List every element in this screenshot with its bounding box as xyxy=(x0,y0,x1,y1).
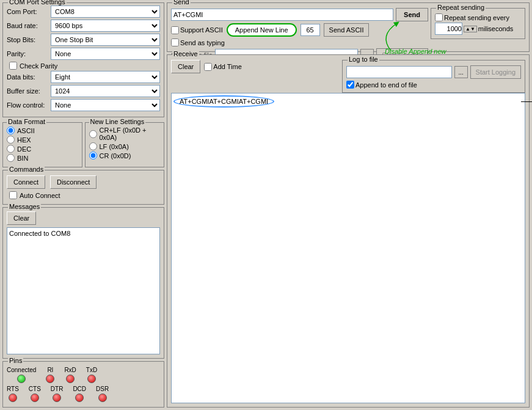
data-bits-select[interactable]: Eight xyxy=(51,71,160,83)
pin-dcd-led xyxy=(75,394,84,402)
com-port-select[interactable]: COM8 xyxy=(51,5,160,18)
baud-rate-label: Baud rate: xyxy=(7,22,51,29)
repeat-sending-checkbox-row: Repeat sending every xyxy=(435,13,521,21)
log-file-input[interactable] xyxy=(346,66,452,78)
data-format-title: Data Format xyxy=(7,118,46,125)
pin-connected: Connected xyxy=(7,367,36,383)
messages-content: Connected to COM8 xyxy=(7,227,160,354)
messages-title: Messages xyxy=(8,203,41,210)
send-command-input[interactable] xyxy=(171,9,393,21)
support-ascii-checkbox[interactable] xyxy=(171,26,179,34)
pin-dtr: DTR xyxy=(51,386,64,402)
receive-clear-button[interactable]: Clear xyxy=(171,60,200,73)
pin-connected-label: Connected xyxy=(7,367,36,373)
new-line-title: New Line Settings xyxy=(89,118,146,125)
repeat-sending-checkbox[interactable] xyxy=(435,13,443,21)
append-end-row: Append to end of file xyxy=(346,81,521,89)
log-to-file-title: Log to file xyxy=(348,56,379,63)
pin-txd-label: TxD xyxy=(86,367,97,373)
fmt-bin-label: BIN xyxy=(17,155,28,162)
nl-lf-radio[interactable] xyxy=(89,142,97,150)
pin-txd-led xyxy=(87,375,96,383)
pin-connected-led xyxy=(17,375,26,383)
stop-bits-label: Stop Bits: xyxy=(7,36,51,43)
messages-group: Messages Clear Connected to COM8 xyxy=(2,207,164,359)
fmt-bin-radio[interactable] xyxy=(7,154,15,162)
support-ascii-row: Support ASCII xyxy=(171,26,223,34)
receive-group: Receive Clear Add Time Log to f xyxy=(167,54,530,408)
ascii-count-input[interactable] xyxy=(301,24,320,36)
disconnect-button[interactable]: Disconnect xyxy=(50,175,97,189)
pin-txd: TxD xyxy=(86,367,97,383)
receive-output-text: AT+CGMIAT+CGMIAT+CGMI xyxy=(180,98,268,105)
buffer-size-select[interactable]: 1024 xyxy=(51,85,160,97)
fmt-ascii-radio[interactable] xyxy=(7,126,15,134)
fmt-dec-radio[interactable] xyxy=(7,145,15,153)
receive-output-area: AT+CGMIAT+CGMIAT+CGMI xyxy=(171,93,525,403)
repeat-sending-every-label: Repeat sending every xyxy=(444,14,509,21)
check-parity-checkbox[interactable] xyxy=(9,62,17,70)
nl-cr-label: CR (0x0D) xyxy=(100,152,131,159)
messages-clear-button[interactable]: Clear xyxy=(7,211,36,225)
messages-text: Connected to COM8 xyxy=(9,230,158,237)
append-new-line-button[interactable]: Append New Line xyxy=(227,23,297,37)
repeat-up-down[interactable]: ▲▼ xyxy=(464,26,477,32)
send-as-typing-checkbox[interactable] xyxy=(171,38,179,46)
pin-dsr: DSR xyxy=(96,386,109,402)
data-bits-label: Data bits: xyxy=(7,73,51,81)
output-annotation: Output xyxy=(521,98,532,105)
log-to-file-group: Log to file ... Start Logging Append to … xyxy=(342,60,525,93)
append-end-label: Append to end of file xyxy=(355,81,417,89)
pins-group: Pins Connected RI RxD TxD xyxy=(2,361,164,408)
auto-connect-label: Auto Connect xyxy=(20,192,60,199)
pin-dtr-label: DTR xyxy=(51,386,64,392)
repeat-unit-label: miliseconds xyxy=(478,25,513,32)
baud-rate-select[interactable]: 9600 bps xyxy=(51,20,160,32)
pin-rxd: RxD xyxy=(64,367,76,383)
send-button[interactable]: Send xyxy=(396,8,428,21)
stop-bits-select[interactable]: One Stop Bit xyxy=(51,34,160,46)
check-parity-label: Check Parity xyxy=(20,62,57,70)
log-browse-button[interactable]: ... xyxy=(454,66,468,78)
output-ellipse: AT+CGMIAT+CGMIAT+CGMI xyxy=(173,95,274,108)
fmt-hex-radio[interactable] xyxy=(7,136,15,144)
buffer-size-label: Buffer size: xyxy=(7,87,51,95)
parity-label: Parity: xyxy=(7,50,51,57)
auto-connect-checkbox[interactable] xyxy=(9,191,17,199)
pin-dsr-label: DSR xyxy=(96,386,109,392)
nl-crlf-radio[interactable] xyxy=(89,130,97,138)
receive-add-time-label: Add Time xyxy=(213,63,241,70)
pin-rts-led xyxy=(9,394,17,402)
send-as-typing-label: Send as typing xyxy=(180,39,225,46)
pin-cts-led xyxy=(31,394,39,402)
nl-lf-label: LF (0x0A) xyxy=(100,143,129,150)
pin-dsr-led xyxy=(98,394,107,402)
receive-add-time-checkbox[interactable] xyxy=(204,63,212,71)
parity-row: Parity: None xyxy=(7,48,160,60)
flow-control-select[interactable]: None xyxy=(51,99,160,111)
pin-rxd-led xyxy=(66,375,75,383)
pin-ri-led xyxy=(46,375,54,383)
pin-rts-label: RTS xyxy=(7,386,19,392)
check-parity-row: Check Parity xyxy=(7,62,160,70)
append-end-checkbox[interactable] xyxy=(346,81,354,89)
buffer-size-row: Buffer size: 1024 xyxy=(7,85,160,97)
pin-ri: RI xyxy=(46,367,54,383)
connect-button[interactable]: Connect xyxy=(7,175,45,189)
start-logging-button[interactable]: Start Logging xyxy=(470,65,521,79)
flow-control-row: Flow control: None xyxy=(7,99,160,111)
com-port-row: Com Port: COM8 xyxy=(7,5,160,18)
repeat-interval-input[interactable] xyxy=(435,23,462,35)
receive-title: Receive xyxy=(172,50,199,57)
pin-dtr-led xyxy=(53,394,61,402)
parity-select[interactable]: None xyxy=(51,48,160,60)
stop-bits-row: Stop Bits: One Stop Bit xyxy=(7,34,160,46)
commands-title: Commands xyxy=(8,166,45,173)
nl-crlf-label: CR+LF (0x0D + 0x0A) xyxy=(100,126,161,141)
send-title: Send xyxy=(172,0,191,5)
flow-control-label: Flow control: xyxy=(7,101,51,109)
nl-cr-radio[interactable] xyxy=(89,152,97,159)
send-ascii-button[interactable]: Send ASCII xyxy=(324,23,370,37)
pin-ri-label: RI xyxy=(47,367,53,373)
pin-dcd: DCD xyxy=(73,386,86,402)
